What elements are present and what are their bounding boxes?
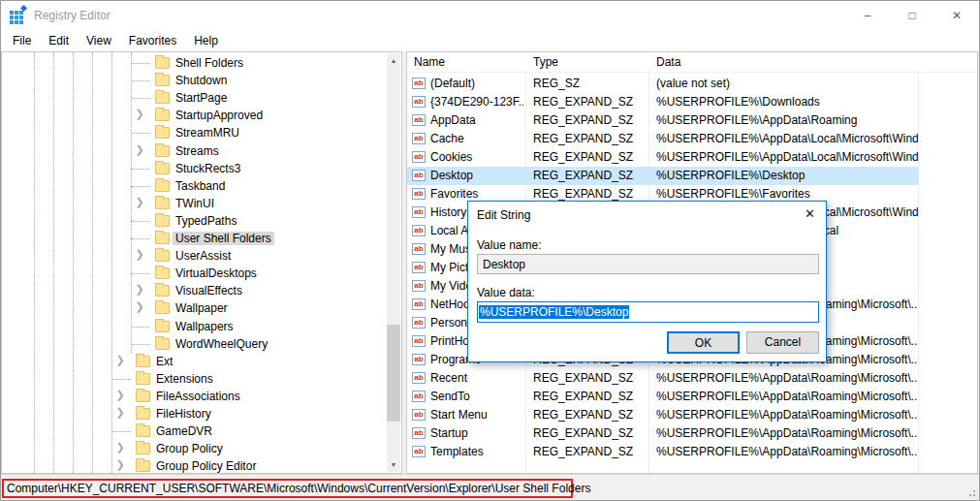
tree-item-shutdown[interactable]: Shutdown bbox=[2, 72, 387, 89]
tree-item-user-shell-folders[interactable]: User Shell Folders bbox=[2, 230, 387, 247]
tree-item-ext[interactable]: ❯Ext bbox=[2, 353, 387, 370]
registry-tree-pane: Shell FoldersShutdownStartPage❯StartupAp… bbox=[1, 51, 402, 474]
value-type-cell: REG_EXPAND_SZ bbox=[533, 132, 648, 145]
chevron-right-icon[interactable]: ❯ bbox=[112, 406, 128, 419]
tree-item-startpage[interactable]: StartPage bbox=[2, 89, 387, 107]
registry-row-appdata[interactable]: abAppDataREG_EXPAND_SZ%USERPROFILE%\AppD… bbox=[407, 111, 919, 130]
tree-item-label: TypedPaths bbox=[173, 214, 239, 228]
menu-view[interactable]: View bbox=[78, 32, 120, 49]
chevron-right-icon[interactable]: ❯ bbox=[112, 441, 128, 454]
registry-row-374de290-123f[interactable]: ab{374DE290-123F...REG_EXPAND_SZ%USERPRO… bbox=[407, 93, 919, 111]
registry-row-templates[interactable]: abTemplatesREG_EXPAND_SZ%USERPROFILE%\Ap… bbox=[407, 443, 919, 461]
tree-item-shell-folders[interactable]: Shell Folders bbox=[2, 54, 387, 72]
string-value-icon: ab bbox=[412, 225, 426, 236]
value-data-cell: %USERPROFILE%\Desktop bbox=[656, 169, 918, 182]
tree-item-stuckrects3[interactable]: StuckRects3 bbox=[2, 160, 387, 177]
folder-icon bbox=[155, 302, 170, 314]
chevron-right-icon[interactable]: ❯ bbox=[132, 108, 147, 120]
tree-item-startupapproved[interactable]: ❯StartupApproved bbox=[2, 107, 387, 124]
menu-file[interactable]: File bbox=[4, 32, 40, 49]
folder-icon bbox=[136, 356, 150, 367]
registry-row-sendto[interactable]: abSendToREG_EXPAND_SZ%USERPROFILE%\AppDa… bbox=[407, 388, 919, 406]
ok-button[interactable]: OK bbox=[667, 331, 740, 354]
tree-item-twinui[interactable]: ❯TWinUI bbox=[2, 195, 387, 212]
tree-item-group-policy[interactable]: ❯Group Policy bbox=[2, 440, 387, 457]
chevron-right-icon[interactable]: ❯ bbox=[132, 248, 147, 261]
tree-item-wallpaper[interactable]: ❯Wallpaper bbox=[2, 299, 387, 317]
tree-item-visualeffects[interactable]: ❯VisualEffects bbox=[2, 282, 387, 299]
tree-item-wordwheelquery[interactable]: WordWheelQuery bbox=[2, 335, 387, 353]
scroll-down-icon[interactable]: ▼ bbox=[387, 457, 400, 472]
tree-item-label: FileAssociations bbox=[153, 390, 243, 403]
tree-scrollbar[interactable]: ▲ ▼ bbox=[387, 53, 400, 472]
tree-item-label: Streams bbox=[173, 144, 222, 158]
registry-row-start-menu[interactable]: abStart MenuREG_EXPAND_SZ%USERPROFILE%\A… bbox=[407, 406, 919, 424]
menu-edit[interactable]: Edit bbox=[40, 32, 78, 49]
tree-item-fileassociations[interactable]: ❯FileAssociations bbox=[2, 388, 387, 405]
column-header-data[interactable]: Data bbox=[656, 55, 680, 69]
selected-key-path: Computer\HKEY_CURRENT_USER\SOFTWARE\Micr… bbox=[4, 482, 590, 495]
value-name-field[interactable]: Desktop bbox=[477, 254, 819, 274]
string-value-icon: ab bbox=[412, 151, 426, 163]
tree-item-filehistory[interactable]: ❯FileHistory bbox=[2, 405, 387, 423]
registry-row-recent[interactable]: abRecentREG_EXPAND_SZ%USERPROFILE%\AppDa… bbox=[407, 369, 919, 388]
chevron-right-icon[interactable]: ❯ bbox=[112, 389, 128, 401]
value-type-cell: REG_SZ bbox=[533, 77, 648, 90]
value-data-cell: %USERPROFILE%\AppData\Roaming\Microsoft\… bbox=[656, 408, 918, 422]
string-value-icon: ab bbox=[412, 114, 426, 126]
tree-connector bbox=[131, 327, 150, 328]
registry-row-cookies[interactable]: abCookiesREG_EXPAND_SZ%USERPROFILE%\AppD… bbox=[407, 148, 919, 167]
value-name-cell: Start Menu bbox=[430, 408, 523, 422]
tree-item-group-policy-editor[interactable]: ❯Group Policy Editor bbox=[2, 457, 387, 474]
value-type-cell: REG_EXPAND_SZ bbox=[533, 113, 648, 127]
dialog-close-icon[interactable]: ✕ bbox=[805, 206, 815, 221]
value-name-cell: AppData bbox=[430, 113, 523, 127]
scroll-up-icon[interactable]: ▲ bbox=[387, 53, 400, 68]
chevron-right-icon[interactable]: ❯ bbox=[132, 196, 147, 208]
cancel-button[interactable]: Cancel bbox=[746, 331, 819, 354]
value-data-label: Value data: bbox=[477, 286, 535, 299]
column-header-name[interactable]: Name bbox=[414, 55, 445, 69]
minimize-button[interactable]: – bbox=[845, 1, 890, 30]
tree-item-label: UserAssist bbox=[173, 249, 234, 263]
tree-item-gamedvr[interactable]: GameDVR bbox=[2, 423, 387, 440]
column-header-type[interactable]: Type bbox=[533, 55, 558, 69]
tree-item-label: TWinUI bbox=[173, 197, 217, 210]
tree-item-label: StartupApproved bbox=[173, 109, 266, 122]
tree-item-streams[interactable]: ❯Streams bbox=[2, 142, 387, 160]
tree-item-label: FileHistory bbox=[153, 407, 214, 421]
chevron-right-icon[interactable]: ❯ bbox=[132, 300, 147, 313]
menu-bar: File Edit View Favorites Help bbox=[1, 30, 979, 51]
tree-item-wallpapers[interactable]: Wallpapers bbox=[2, 318, 387, 335]
registry-row-startup[interactable]: abStartupREG_EXPAND_SZ%USERPROFILE%\AppD… bbox=[407, 424, 919, 443]
value-name-cell: Templates bbox=[430, 445, 523, 458]
value-type-cell: REG_EXPAND_SZ bbox=[533, 371, 648, 385]
tree-connector bbox=[131, 133, 150, 134]
string-value-icon: ab bbox=[412, 243, 426, 255]
chevron-right-icon[interactable]: ❯ bbox=[132, 143, 147, 156]
menu-favorites[interactable]: Favorites bbox=[120, 32, 185, 49]
tree-item-typedpaths[interactable]: TypedPaths bbox=[2, 212, 387, 230]
string-value-icon: ab bbox=[412, 133, 426, 144]
tree-item-extensions[interactable]: Extensions bbox=[2, 370, 387, 388]
tree-item-label: Ext bbox=[153, 355, 175, 368]
folder-icon bbox=[136, 460, 150, 472]
scrollbar-thumb[interactable] bbox=[387, 325, 400, 422]
registry-row-cache[interactable]: abCacheREG_EXPAND_SZ%USERPROFILE%\AppDat… bbox=[407, 130, 919, 148]
registry-row-desktop[interactable]: abDesktopREG_EXPAND_SZ%USERPROFILE%\Desk… bbox=[407, 167, 919, 185]
menu-help[interactable]: Help bbox=[185, 32, 227, 49]
tree-item-virtualdesktops[interactable]: VirtualDesktops bbox=[2, 265, 387, 282]
value-type-cell: REG_EXPAND_SZ bbox=[533, 150, 648, 164]
tree-item-userassist[interactable]: ❯UserAssist bbox=[2, 247, 387, 265]
resize-grip-icon[interactable] bbox=[967, 488, 975, 496]
value-data-input[interactable]: %USERPROFILE%\Desktop bbox=[477, 301, 819, 323]
tree-item-taskband[interactable]: Taskband bbox=[2, 177, 387, 195]
chevron-right-icon[interactable]: ❯ bbox=[132, 283, 147, 296]
close-button[interactable]: ✕ bbox=[934, 1, 979, 30]
maximize-button[interactable]: □ bbox=[890, 1, 934, 30]
registry-row-default[interactable]: ab(Default)REG_SZ(value not set) bbox=[407, 75, 919, 93]
chevron-right-icon[interactable]: ❯ bbox=[112, 354, 128, 366]
value-data-cell: %USERPROFILE%\AppData\Roaming\Microsoft\… bbox=[656, 390, 918, 403]
chevron-right-icon[interactable]: ❯ bbox=[112, 458, 128, 471]
tree-item-streammru[interactable]: StreamMRU bbox=[2, 124, 387, 141]
